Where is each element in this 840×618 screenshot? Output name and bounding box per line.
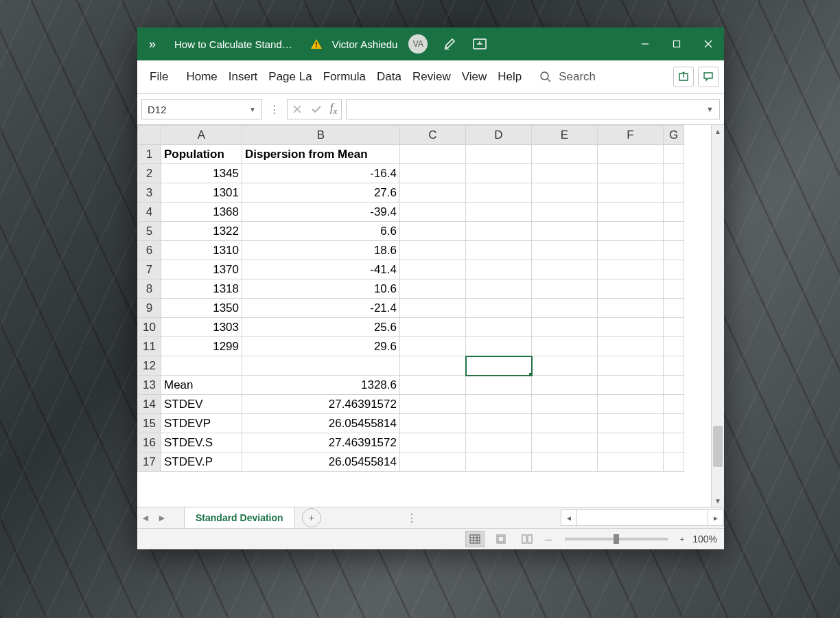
cell-G6[interactable] bbox=[664, 241, 684, 260]
cell-D2[interactable] bbox=[466, 164, 532, 183]
row-header-2[interactable]: 2 bbox=[138, 164, 161, 183]
cell-D13[interactable] bbox=[466, 376, 532, 395]
cell-E7[interactable] bbox=[532, 260, 598, 279]
cell-A6[interactable]: 1310 bbox=[161, 241, 242, 260]
hscroll-right[interactable]: ► bbox=[708, 510, 724, 526]
cell-B16[interactable]: 27.46391572 bbox=[242, 433, 400, 453]
cell-B11[interactable]: 29.6 bbox=[242, 337, 400, 356]
cell-G8[interactable] bbox=[664, 279, 684, 299]
cell-E14[interactable] bbox=[532, 395, 598, 414]
cell-A9[interactable]: 1350 bbox=[161, 299, 242, 318]
cell-C1[interactable] bbox=[400, 145, 466, 164]
tabs-options[interactable]: ⋮ bbox=[404, 512, 420, 525]
cell-A7[interactable]: 1370 bbox=[161, 260, 242, 279]
column-header-E[interactable]: E bbox=[532, 126, 598, 145]
cell-D8[interactable] bbox=[466, 279, 532, 299]
cell-F4[interactable] bbox=[598, 203, 664, 222]
cell-A11[interactable]: 1299 bbox=[161, 337, 242, 356]
row-header-7[interactable]: 7 bbox=[138, 260, 161, 279]
titlebar-overflow-button[interactable]: » bbox=[137, 37, 169, 52]
zoom-slider-knob[interactable] bbox=[614, 534, 619, 544]
cell-B5[interactable]: 6.6 bbox=[242, 222, 400, 241]
enter-formula-button[interactable] bbox=[307, 100, 326, 119]
cell-G10[interactable] bbox=[664, 318, 684, 337]
cell-A8[interactable]: 1318 bbox=[161, 279, 242, 299]
scroll-down-arrow[interactable]: ▼ bbox=[712, 494, 724, 507]
cell-A16[interactable]: STDEV.S bbox=[161, 433, 242, 453]
tab-view[interactable]: View bbox=[456, 60, 493, 93]
minimize-button[interactable] bbox=[629, 27, 661, 60]
cell-C8[interactable] bbox=[400, 279, 466, 299]
cell-E15[interactable] bbox=[532, 414, 598, 433]
cell-G12[interactable] bbox=[664, 356, 684, 376]
cell-A4[interactable]: 1368 bbox=[161, 203, 242, 222]
cell-G5[interactable] bbox=[664, 222, 684, 241]
cell-B6[interactable]: 18.6 bbox=[242, 241, 400, 260]
cell-E17[interactable] bbox=[532, 453, 598, 472]
cell-F14[interactable] bbox=[598, 395, 664, 414]
cell-F10[interactable] bbox=[598, 318, 664, 337]
cell-B17[interactable]: 26.05455814 bbox=[242, 453, 400, 472]
tab-page-layout[interactable]: Page La bbox=[263, 60, 317, 93]
cell-B14[interactable]: 27.46391572 bbox=[242, 395, 400, 414]
cell-C6[interactable] bbox=[400, 241, 466, 260]
cell-E9[interactable] bbox=[532, 299, 598, 318]
cell-G14[interactable] bbox=[664, 395, 684, 414]
cell-F13[interactable] bbox=[598, 376, 664, 395]
zoom-out-button[interactable]: — bbox=[544, 535, 554, 543]
zoom-slider[interactable] bbox=[565, 538, 668, 540]
cell-G7[interactable] bbox=[664, 260, 684, 279]
row-header-13[interactable]: 13 bbox=[138, 376, 161, 395]
cell-C9[interactable] bbox=[400, 299, 466, 318]
cell-C10[interactable] bbox=[400, 318, 466, 337]
cell-A10[interactable]: 1303 bbox=[161, 318, 242, 337]
cell-D1[interactable] bbox=[466, 145, 532, 164]
row-header-8[interactable]: 8 bbox=[138, 279, 161, 299]
row-header-1[interactable]: 1 bbox=[138, 145, 161, 164]
cell-F9[interactable] bbox=[598, 299, 664, 318]
cell-D14[interactable] bbox=[466, 395, 532, 414]
pen-icon[interactable] bbox=[434, 27, 465, 60]
cell-G17[interactable] bbox=[664, 453, 684, 472]
cell-B12[interactable] bbox=[242, 356, 400, 376]
cell-C11[interactable] bbox=[400, 337, 466, 356]
cell-A13[interactable]: Mean bbox=[161, 376, 242, 395]
new-sheet-button[interactable]: + bbox=[302, 508, 321, 527]
tab-nav-prev[interactable]: ◄ bbox=[137, 512, 154, 523]
cell-G1[interactable] bbox=[664, 145, 684, 164]
vertical-scrollbar[interactable]: ▲ ▼ bbox=[711, 125, 724, 507]
cell-B9[interactable]: -21.4 bbox=[242, 299, 400, 318]
cell-D10[interactable] bbox=[466, 318, 532, 337]
row-header-10[interactable]: 10 bbox=[138, 318, 161, 337]
cell-C13[interactable] bbox=[400, 376, 466, 395]
cell-B10[interactable]: 25.6 bbox=[242, 318, 400, 337]
cell-D16[interactable] bbox=[466, 433, 532, 453]
cell-A2[interactable]: 1345 bbox=[161, 164, 242, 183]
cell-B8[interactable]: 10.6 bbox=[242, 279, 400, 299]
cell-E12[interactable] bbox=[532, 356, 598, 376]
row-header-16[interactable]: 16 bbox=[138, 433, 161, 453]
tab-home[interactable]: Home bbox=[180, 60, 222, 93]
column-header-A[interactable]: A bbox=[161, 126, 242, 145]
column-header-B[interactable]: B bbox=[242, 126, 400, 145]
formula-bar-options[interactable]: ⋮ bbox=[266, 103, 283, 116]
cell-C16[interactable] bbox=[400, 433, 466, 453]
tab-data[interactable]: Data bbox=[371, 60, 407, 93]
zoom-in-button[interactable]: + bbox=[679, 535, 686, 543]
cell-F1[interactable] bbox=[598, 145, 664, 164]
cell-A3[interactable]: 1301 bbox=[161, 183, 242, 203]
cell-A12[interactable] bbox=[161, 356, 242, 376]
cell-F2[interactable] bbox=[598, 164, 664, 183]
cell-C12[interactable] bbox=[400, 356, 466, 376]
cell-F12[interactable] bbox=[598, 356, 664, 376]
cell-D7[interactable] bbox=[466, 260, 532, 279]
user-avatar[interactable]: VA bbox=[408, 34, 428, 54]
row-header-3[interactable]: 3 bbox=[138, 183, 161, 203]
cell-C14[interactable] bbox=[400, 395, 466, 414]
cancel-formula-button[interactable] bbox=[288, 100, 307, 119]
cell-E4[interactable] bbox=[532, 203, 598, 222]
tab-nav-next[interactable]: ► bbox=[154, 512, 170, 523]
cell-A14[interactable]: STDEV bbox=[161, 395, 242, 414]
cell-B7[interactable]: -41.4 bbox=[242, 260, 400, 279]
cell-B1[interactable]: Dispersion from Mean bbox=[242, 145, 400, 164]
